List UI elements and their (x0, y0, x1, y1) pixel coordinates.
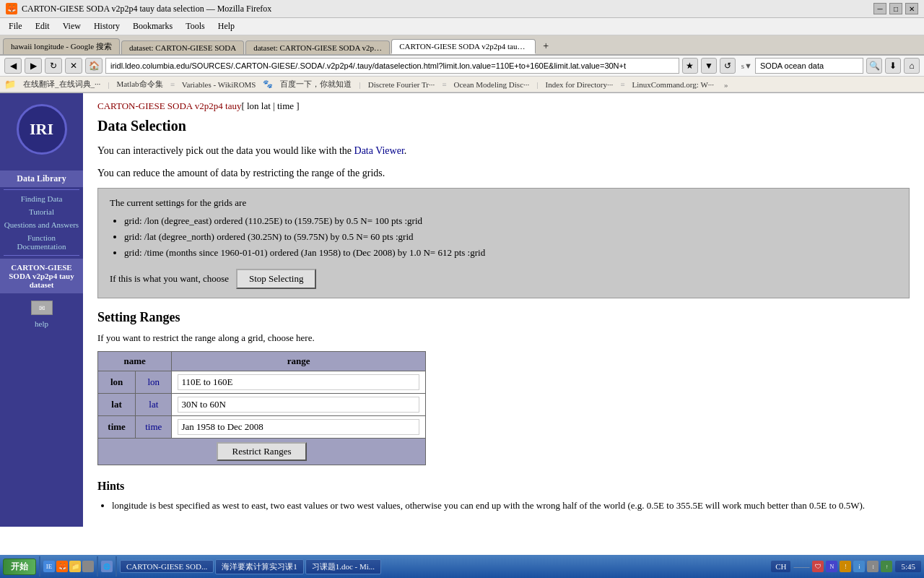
intro-text-1-end: . (404, 145, 407, 156)
sidebar-link-tutorial[interactable]: Tutorial (0, 205, 83, 218)
tab-1[interactable]: dataset: CARTON-GIESE SODA (121, 40, 244, 54)
intro-paragraph-2: You can reduce the amount of data by res… (97, 165, 910, 181)
sidebar-divider-2 (4, 255, 79, 256)
homepage-icon[interactable]: ⌂ (904, 58, 920, 74)
menu-file[interactable]: File (3, 20, 28, 33)
row-lon-value[interactable] (172, 371, 426, 393)
sidebar-nav: Data Library Finding Data Tutorial Quest… (0, 165, 83, 332)
sidebar-link-qa[interactable]: Questions and Answers (0, 218, 83, 231)
bookmark-2[interactable]: Variables - WikiROMS (178, 79, 261, 90)
bookmark-7[interactable]: LinuxCommand.org: W··· (627, 79, 718, 90)
tab-bar: hawaii longitude - Google 搜索 dataset: CA… (0, 35, 924, 56)
page-layout: IRI Data Library Finding Data Tutorial Q… (0, 93, 924, 527)
menu-edit[interactable]: Edit (30, 20, 56, 33)
bookmark-6[interactable]: Index for Directory··· (541, 79, 617, 90)
tab-0[interactable]: hawaii longitude - Google 搜索 (3, 38, 120, 54)
minimize-button[interactable]: ─ (873, 3, 886, 14)
maximize-button[interactable]: □ (889, 3, 902, 14)
table-row-lat: lat lat (98, 393, 426, 415)
row-time-value[interactable] (172, 415, 426, 438)
row-time-link[interactable]: time (136, 415, 172, 438)
sidebar-help[interactable]: help (0, 319, 83, 328)
stop-button[interactable]: ✕ (65, 58, 82, 74)
home-button[interactable]: 🏠 (85, 58, 103, 74)
menu-help[interactable]: Help (212, 20, 240, 33)
row-lat-name1: lat (98, 393, 136, 415)
search-button[interactable]: 🔍 (866, 58, 882, 74)
grid-item-0: grid: /lon (degree_east) ordered (110.25… (124, 215, 897, 228)
data-viewer-link[interactable]: Data Viewer (354, 145, 404, 156)
menu-view[interactable]: View (57, 20, 87, 33)
grid-info-box: The current settings for the grids are g… (97, 188, 910, 298)
table-row-lon: lon lon (98, 371, 426, 393)
sidebar: IRI Data Library Finding Data Tutorial Q… (0, 93, 83, 527)
restrict-ranges-button[interactable]: Restrict Ranges (217, 442, 308, 461)
url-bar[interactable] (105, 58, 679, 74)
table-row-time: time time (98, 415, 426, 438)
hints-list: longitude is best specified as west to e… (112, 499, 910, 513)
hint-item-0: longitude is best specified as west to e… (112, 499, 910, 513)
intro-paragraph-1: You can interactively pick out the data … (97, 143, 910, 158)
sidebar-logo: IRI (0, 93, 83, 165)
refresh-icon[interactable]: ↺ (720, 58, 736, 74)
close-button[interactable]: ✕ (905, 3, 918, 14)
window-controls[interactable]: ─ □ ✕ (873, 3, 918, 14)
search-engine-label: s▼ (741, 61, 752, 70)
sidebar-link-function-doc[interactable]: Function Documentation (0, 231, 83, 253)
back-button[interactable]: ◀ (4, 58, 22, 74)
nav-bar: ◀ ▶ ↻ ✕ 🏠 ★ ▼ ↺ s▼ 🔍 ⬇ ⌂ (0, 56, 924, 77)
lon-range-input[interactable] (178, 374, 419, 390)
breadcrumb-parts: [ lon lat | time ] (241, 100, 299, 111)
title-bar-left: 🦊 CARTON-GIESE SODA v2p2p4 tauy data sel… (6, 3, 271, 14)
bookmark-1[interactable]: Matlab命令集 (112, 78, 167, 90)
row-lon-name1: lon (98, 371, 136, 393)
tab-2[interactable]: dataset: CARTON-GIESE SODA v2p2p4 (245, 40, 390, 54)
sidebar-dataset-label[interactable]: CARTON-GIESE SODA v2p2p4 tauy dataset (0, 259, 83, 293)
bookmark-5[interactable]: Ocean Modeling Disc··· (449, 79, 533, 90)
bookmarks-more[interactable]: » (724, 80, 728, 89)
menu-bookmarks[interactable]: Bookmarks (127, 20, 178, 33)
restrict-row: Restrict Ranges (98, 438, 426, 465)
col-header-range: range (172, 351, 426, 371)
browser-title: CARTON-GIESE SODA v2p2p4 tauy data selec… (22, 4, 271, 14)
bookmark-rss-button[interactable]: ▼ (701, 58, 717, 74)
download-button[interactable]: ⬇ (885, 58, 901, 74)
bookmark-3[interactable]: 百度一下，你就知道 (276, 78, 356, 90)
breadcrumb-link[interactable]: CARTON-GIESE SODA v2p2p4 tauy (97, 100, 241, 111)
bookmark-0[interactable]: 在线翻译_在线词典_··· (19, 78, 105, 90)
if-want-row: If this is what you want, choose Stop Se… (110, 269, 897, 289)
sidebar-data-library[interactable]: Data Library (0, 171, 83, 187)
breadcrumb: CARTON-GIESE SODA v2p2p4 tauy[ lon lat |… (97, 100, 910, 112)
col-header-name: name (98, 351, 172, 371)
grid-box-header: The current settings for the grids are (110, 197, 897, 209)
bookmark-star-button[interactable]: ★ (682, 58, 698, 74)
page-title: Data Selection (97, 118, 910, 134)
bookmark-4[interactable]: Discrete Fourier Tr··· (364, 79, 440, 90)
row-lat-link[interactable]: lat (136, 393, 172, 415)
row-lat-value[interactable] (172, 393, 426, 415)
sidebar-email[interactable]: ✉ (0, 296, 83, 319)
row-lon-link[interactable]: lon (136, 371, 172, 393)
bookmarks-bar: 📁 在线翻译_在线词典_··· | Matlab命令集 ≡ Variables … (0, 77, 924, 92)
tab-3[interactable]: CARTON-GIESE SODA v2p2p4 tauy da... (391, 39, 536, 54)
grid-item-1: grid: /lat (degree_north) ordered (30.25… (124, 230, 897, 243)
menu-tools[interactable]: Tools (180, 20, 211, 33)
reload-button[interactable]: ↻ (45, 58, 62, 74)
range-table: name range lon lon lat lat (97, 351, 426, 465)
grid-item-2: grid: /time (months since 1960-01-01) or… (124, 246, 897, 259)
hints-section: Hints longitude is best specified as wes… (97, 480, 910, 513)
new-tab-button[interactable]: + (537, 38, 554, 54)
sidebar-link-finding-data[interactable]: Finding Data (0, 192, 83, 205)
range-intro: If you want to restrict the range along … (97, 332, 910, 344)
browser-chrome: 🦊 CARTON-GIESE SODA v2p2p4 tauy data sel… (0, 0, 924, 93)
title-bar: 🦊 CARTON-GIESE SODA v2p2p4 tauy data sel… (0, 0, 924, 18)
hints-title: Hints (97, 480, 910, 493)
intro-text-1: You can interactively pick out the data … (97, 145, 354, 156)
forward-button[interactable]: ▶ (25, 58, 42, 74)
lat-range-input[interactable] (178, 397, 419, 413)
stop-selecting-button[interactable]: Stop Selecting (236, 269, 316, 289)
menu-history[interactable]: History (88, 20, 126, 33)
setting-ranges-title: Setting Ranges (97, 310, 910, 325)
search-input[interactable] (755, 58, 863, 74)
time-range-input[interactable] (178, 419, 419, 435)
